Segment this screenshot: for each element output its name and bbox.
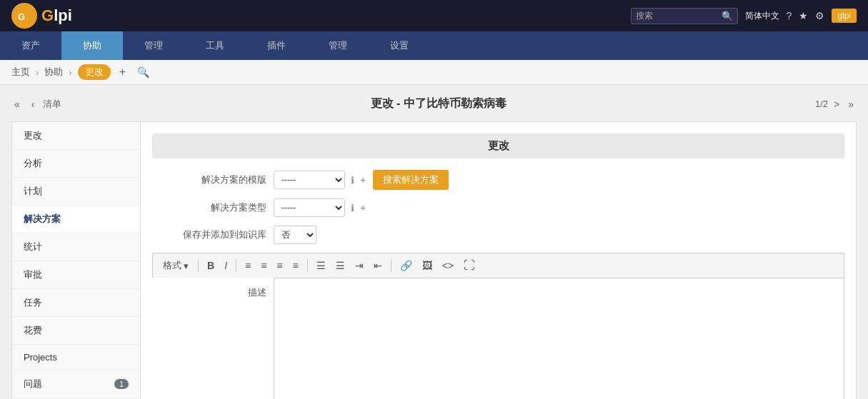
sidebar-item-change[interactable]: 更改	[12, 122, 140, 150]
breadcrumb-sep2: ›	[69, 67, 71, 78]
solution-type-row: 解决方案类型 ----- ℹ +	[152, 198, 844, 217]
format-dropdown[interactable]: 格式 ▾	[159, 258, 193, 273]
solution-type-select[interactable]: -----	[274, 198, 345, 217]
search-box[interactable]: 🔍	[631, 8, 738, 24]
record-nav-left: « ‹ 清单	[11, 97, 61, 111]
save-to-kb-select[interactable]: 否	[274, 226, 316, 244]
bold-button[interactable]: B	[204, 258, 218, 273]
user-button[interactable]: glpi	[832, 9, 857, 23]
solution-template-row: 解决方案的模版 ----- ℹ + 搜索解决方案	[152, 170, 844, 190]
main-panel: 更改 解决方案的模版 ----- ℹ + 搜索解决方案 解决方案类型	[141, 122, 856, 399]
toolbar-sep-4	[391, 259, 391, 272]
image-button[interactable]: 🖼	[419, 258, 436, 273]
list-link[interactable]: 清单	[43, 98, 61, 111]
solution-type-plus-icon[interactable]: +	[360, 202, 366, 213]
last-page-button[interactable]: »	[845, 97, 857, 111]
editor-area-wrap	[274, 278, 844, 399]
top-header: G G lpi 🔍 简体中文 ? ★ ⚙ glpi	[0, 0, 868, 31]
help-icon[interactable]: ?	[787, 10, 792, 21]
breadcrumb-home[interactable]: 主页	[11, 66, 30, 79]
align-center-button[interactable]: ≡	[257, 258, 270, 273]
toolbar-sep-2	[236, 259, 236, 272]
sidebar-item-projects[interactable]: Projects	[12, 345, 140, 370]
record-nav-right: 1/2 > »	[815, 97, 857, 111]
align-right-button[interactable]: ≡	[273, 258, 286, 273]
prev-page-button[interactable]: ‹	[29, 97, 38, 111]
sidebar-item-costs[interactable]: 花费	[12, 317, 140, 345]
align-left-button[interactable]: ≡	[241, 258, 254, 273]
save-to-kb-label: 保存并添加到知识库	[152, 228, 266, 241]
editor-toolbar: 格式 ▾ B I ≡ ≡ ≡ ≡ ☰ ☰ ⇥ ⇤	[152, 253, 844, 278]
logo-lpi: lpi	[54, 6, 72, 25]
editor-content[interactable]	[274, 278, 844, 399]
next-page-button[interactable]: >	[831, 97, 842, 111]
solution-template-controls: ----- ℹ +	[274, 171, 366, 189]
description-label: 描述	[248, 287, 266, 298]
breadcrumb-current: 更改	[78, 64, 111, 80]
logo: G G lpi	[11, 3, 72, 29]
sidebar-item-approval[interactable]: 审批	[12, 261, 140, 289]
fullscreen-button[interactable]: ⛶	[460, 258, 479, 273]
svg-text:G: G	[18, 11, 25, 22]
code-button[interactable]: <>	[439, 258, 457, 273]
nav-item-manage2[interactable]: 管理	[307, 31, 369, 60]
solution-template-info-icon[interactable]: ℹ	[351, 175, 354, 186]
format-label: 格式	[163, 259, 181, 272]
record-title: 更改 - 中了比特币勒索病毒	[61, 96, 814, 111]
toolbar-sep-1	[198, 259, 199, 272]
nav-bar: 资产 协助 管理 工具 插件 管理 设置	[0, 31, 868, 60]
editor-row: 描述	[152, 278, 844, 399]
toolbar-sep-3	[307, 259, 308, 272]
add-button[interactable]: +	[116, 66, 129, 79]
sidebar: 更改 分析 计划 解决方案 统计 审批 任务 花费	[12, 122, 141, 399]
save-to-kb-controls: 否	[274, 226, 316, 244]
breadcrumb-parent[interactable]: 协助	[44, 66, 63, 79]
ol-button[interactable]: ☰	[332, 258, 349, 273]
nav-item-assets[interactable]: 资产	[0, 31, 61, 60]
nav-item-plugins[interactable]: 插件	[246, 31, 307, 60]
nav-item-tools[interactable]: 工具	[184, 31, 246, 60]
section-title: 更改	[152, 133, 844, 158]
solution-type-label: 解决方案类型	[152, 201, 266, 214]
search-input[interactable]	[636, 11, 722, 21]
breadcrumb: 主页 › 协助 › 更改 + 🔍	[0, 60, 868, 85]
gear-icon[interactable]: ⚙	[815, 10, 824, 21]
content-wrapper: « ‹ 清单 更改 - 中了比特币勒索病毒 1/2 > » 更改 分析 计划 解…	[0, 85, 868, 399]
sidebar-item-analysis[interactable]: 分析	[12, 150, 140, 178]
description-label-wrap: 描述	[152, 278, 266, 299]
nav-item-assist[interactable]: 协助	[61, 31, 123, 60]
main-layout: 更改 分析 计划 解决方案 统计 审批 任务 花费	[11, 121, 857, 399]
pagination-label: 1/2	[815, 99, 828, 109]
nav-item-settings[interactable]: 设置	[369, 31, 430, 60]
link-button[interactable]: 🔗	[396, 258, 416, 273]
logo-icon: G	[11, 3, 37, 29]
ul-button[interactable]: ☰	[313, 258, 329, 273]
star-icon[interactable]: ★	[799, 10, 808, 21]
format-arrow-icon: ▾	[184, 261, 189, 271]
solution-type-info-icon[interactable]: ℹ	[351, 203, 354, 213]
logo-g: G	[41, 6, 54, 25]
italic-button[interactable]: I	[221, 258, 231, 273]
issues-badge: 1	[114, 379, 129, 389]
first-page-button[interactable]: «	[11, 97, 23, 111]
sidebar-item-solution[interactable]: 解决方案	[12, 206, 140, 233]
search-solution-button[interactable]: 搜索解决方案	[373, 170, 449, 190]
solution-template-plus-icon[interactable]: +	[360, 174, 366, 186]
solution-template-select[interactable]: -----	[274, 171, 345, 189]
search-icon[interactable]: 🔍	[722, 11, 733, 21]
sidebar-item-issues[interactable]: 问题 1	[12, 370, 140, 398]
top-right: 🔍 简体中文 ? ★ ⚙ glpi	[631, 8, 857, 24]
record-nav: « ‹ 清单 更改 - 中了比特币勒索病毒 1/2 > »	[11, 92, 857, 116]
align-justify-button[interactable]: ≡	[289, 258, 302, 273]
breadcrumb-search-icon[interactable]: 🔍	[134, 66, 152, 78]
breadcrumb-sep1: ›	[36, 67, 39, 78]
save-to-kb-row: 保存并添加到知识库 否	[152, 226, 844, 244]
lang-button[interactable]: 简体中文	[745, 10, 779, 22]
solution-type-controls: ----- ℹ +	[274, 198, 366, 217]
sidebar-item-plan[interactable]: 计划	[12, 178, 140, 206]
sidebar-item-stats[interactable]: 统计	[12, 233, 140, 261]
sidebar-item-tasks[interactable]: 任务	[12, 289, 140, 317]
nav-item-manage1[interactable]: 管理	[123, 31, 184, 60]
outdent-button[interactable]: ⇤	[370, 258, 386, 273]
indent-button[interactable]: ⇥	[351, 258, 367, 273]
